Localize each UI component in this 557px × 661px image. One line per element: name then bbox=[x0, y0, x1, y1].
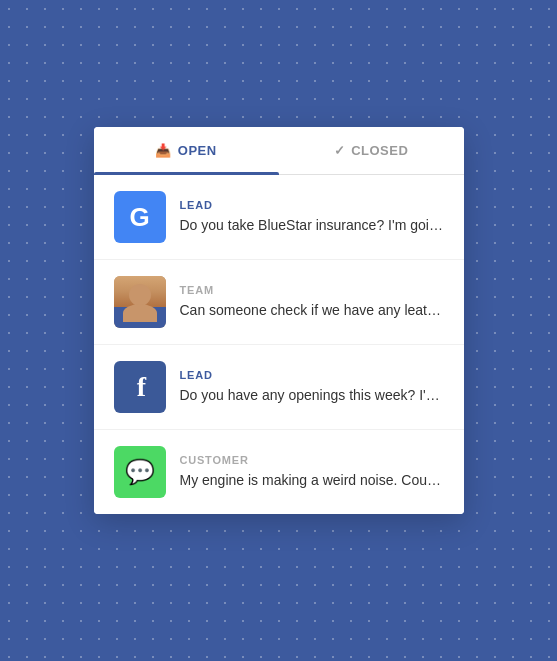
sms-icon: 💬 bbox=[125, 458, 155, 486]
conversations-panel: 📥 OPEN ✓ CLOSED G LEAD Do you take BlueS… bbox=[94, 127, 464, 514]
open-tab-label: OPEN bbox=[178, 143, 217, 158]
inbox-icon: 📥 bbox=[155, 143, 172, 158]
closed-tab-label: CLOSED bbox=[351, 143, 408, 158]
conversation-content: CUSTOMER My engine is making a weird noi… bbox=[180, 454, 444, 491]
conversation-item[interactable]: f LEAD Do you have any openings this wee… bbox=[94, 345, 464, 430]
conversation-item[interactable]: TEAM Can someone check if we have any le… bbox=[94, 260, 464, 345]
google-icon: G bbox=[129, 202, 149, 233]
conversation-text: Can someone check if we have any leather… bbox=[180, 301, 444, 321]
check-icon: ✓ bbox=[334, 143, 346, 158]
conversation-content: LEAD Do you have any openings this week?… bbox=[180, 369, 444, 406]
conversation-label: LEAD bbox=[180, 199, 444, 211]
conversation-item[interactable]: G LEAD Do you take BlueStar insurance? I… bbox=[94, 175, 464, 260]
tab-open[interactable]: 📥 OPEN bbox=[94, 127, 279, 174]
tab-bar: 📥 OPEN ✓ CLOSED bbox=[94, 127, 464, 175]
facebook-icon: f bbox=[133, 371, 146, 403]
person-photo bbox=[114, 276, 166, 328]
conversation-text: Do you take BlueStar insurance? I'm goin… bbox=[180, 216, 444, 236]
conversation-item[interactable]: 💬 CUSTOMER My engine is making a weird n… bbox=[94, 430, 464, 514]
conversation-text: My engine is making a weird noise. Could… bbox=[180, 471, 444, 491]
avatar: 💬 bbox=[114, 446, 166, 498]
avatar: f bbox=[114, 361, 166, 413]
conversation-label: LEAD bbox=[180, 369, 444, 381]
conversation-list: G LEAD Do you take BlueStar insurance? I… bbox=[94, 175, 464, 514]
conversation-content: LEAD Do you take BlueStar insurance? I'm… bbox=[180, 199, 444, 236]
tab-closed[interactable]: ✓ CLOSED bbox=[279, 127, 464, 174]
conversation-content: TEAM Can someone check if we have any le… bbox=[180, 284, 444, 321]
avatar bbox=[114, 276, 166, 328]
conversation-label: TEAM bbox=[180, 284, 444, 296]
avatar: G bbox=[114, 191, 166, 243]
conversation-text: Do you have any openings this week? I'm … bbox=[180, 386, 444, 406]
conversation-label: CUSTOMER bbox=[180, 454, 444, 466]
